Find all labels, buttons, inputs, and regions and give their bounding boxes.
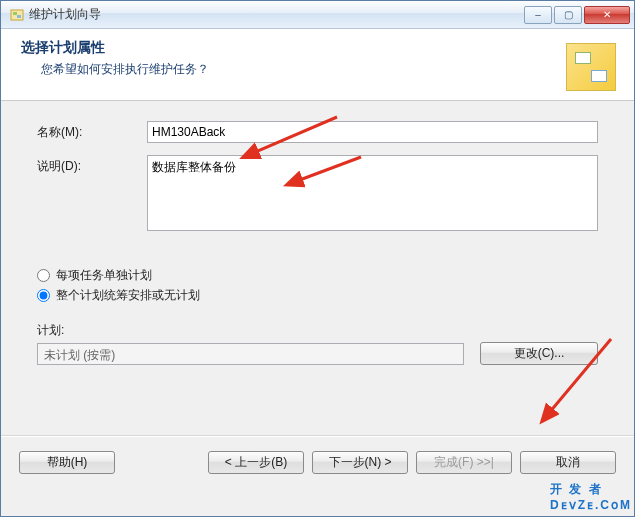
footer: 帮助(H) < 上一步(B) 下一步(N) > 完成(F) >>| 取消	[1, 437, 634, 488]
next-button[interactable]: 下一步(N) >	[312, 451, 408, 474]
app-icon	[9, 7, 25, 23]
watermark: 开 发 者 DᴇᴠZᴇ.CᴏM	[550, 481, 632, 512]
window-title: 维护计划向导	[29, 6, 524, 23]
radio-single-label: 整个计划统筹安排或无计划	[56, 287, 200, 304]
close-button[interactable]: ✕	[584, 6, 630, 24]
change-button[interactable]: 更改(C)...	[480, 342, 598, 365]
page-title: 选择计划属性	[21, 39, 618, 57]
wizard-icon	[566, 43, 616, 91]
cancel-button[interactable]: 取消	[520, 451, 616, 474]
name-input[interactable]	[147, 121, 598, 143]
finish-button: 完成(F) >>|	[416, 451, 512, 474]
page-subtitle: 您希望如何安排执行维护任务？	[41, 61, 618, 78]
svg-rect-1	[13, 12, 17, 15]
plan-value-display: 未计划 (按需)	[37, 343, 464, 365]
name-label: 名称(M):	[37, 121, 147, 141]
description-label: 说明(D):	[37, 155, 147, 175]
radio-separate-label: 每项任务单独计划	[56, 267, 152, 284]
plan-section-label: 计划:	[37, 322, 598, 339]
help-button[interactable]: 帮助(H)	[19, 451, 115, 474]
radio-single-schedule[interactable]	[37, 289, 50, 302]
maximize-button[interactable]: ▢	[554, 6, 582, 24]
content-area: 名称(M): 说明(D): 数据库整体备份 每项任务单独计划 整个计划统筹安排或…	[1, 101, 634, 427]
description-input[interactable]: 数据库整体备份	[147, 155, 598, 231]
svg-rect-2	[17, 15, 21, 18]
radio-separate-schedule[interactable]	[37, 269, 50, 282]
titlebar: 维护计划向导 – ▢ ✕	[1, 1, 634, 29]
minimize-button[interactable]: –	[524, 6, 552, 24]
wizard-header: 选择计划属性 您希望如何安排执行维护任务？	[1, 29, 634, 101]
back-button[interactable]: < 上一步(B)	[208, 451, 304, 474]
